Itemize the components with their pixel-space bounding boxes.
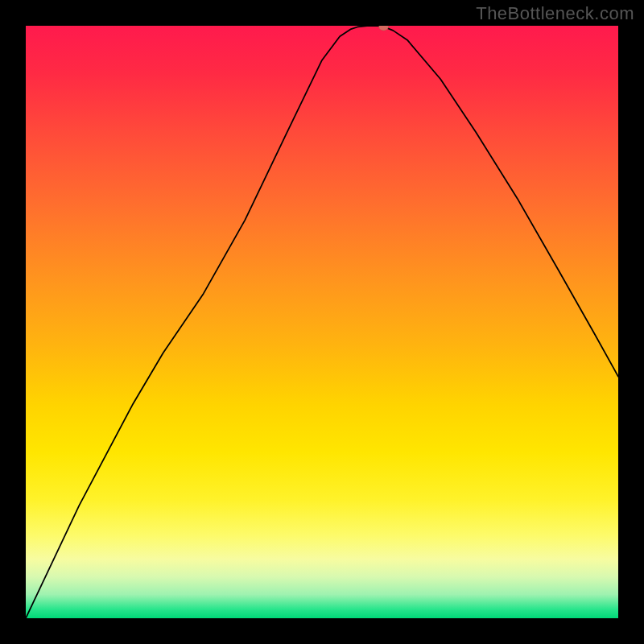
watermark-text: TheBottleneck.com [476, 3, 634, 24]
bottleneck-curve [26, 26, 618, 618]
curve-svg [26, 26, 618, 618]
plot-area [26, 26, 618, 618]
optimal-point-marker [379, 26, 389, 31]
